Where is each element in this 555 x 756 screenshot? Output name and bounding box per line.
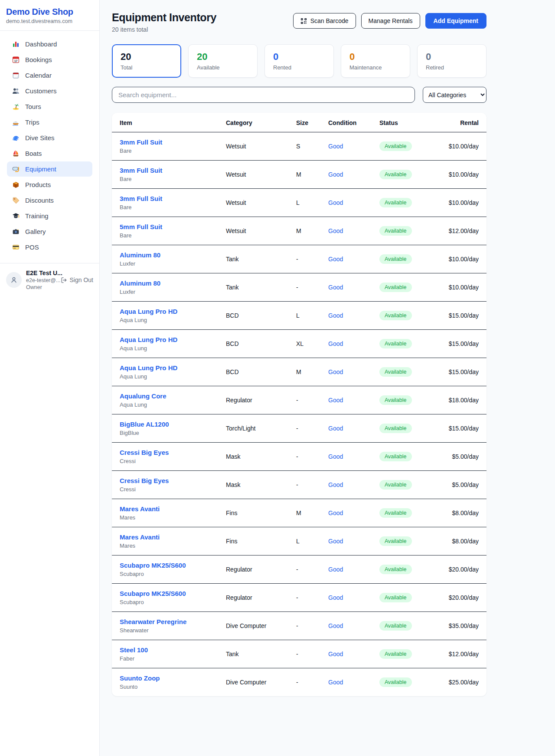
sidebar-item-label: Boats bbox=[25, 150, 42, 157]
svg-text:17: 17 bbox=[14, 59, 18, 62]
stat-label: Maintenance bbox=[349, 64, 402, 71]
stat-value: 0 bbox=[349, 51, 402, 62]
sign-out-button[interactable]: Sign Out bbox=[61, 276, 93, 283]
stat-label: Total bbox=[121, 64, 173, 71]
item-brand: Cressi bbox=[120, 486, 222, 493]
shop-domain: demo.test.divestreams.com bbox=[6, 18, 93, 24]
search-input[interactable] bbox=[112, 87, 415, 103]
condition-link[interactable]: Good bbox=[328, 481, 343, 488]
condition-link[interactable]: Good bbox=[328, 425, 343, 432]
condition-link[interactable]: Good bbox=[328, 368, 343, 375]
item-brand: Luxfer bbox=[120, 289, 222, 295]
condition-link[interactable]: Good bbox=[328, 284, 343, 291]
sidebar-item[interactable]: Dive Sites bbox=[7, 130, 92, 145]
item-category: BCD bbox=[226, 358, 296, 386]
sidebar-item[interactable]: Equipment bbox=[7, 161, 92, 177]
filter-bar: All Categories bbox=[112, 87, 486, 103]
item-link[interactable]: Aqua Lung Pro HD bbox=[120, 336, 177, 343]
sidebar-item[interactable]: Boats bbox=[7, 146, 92, 161]
condition-link[interactable]: Good bbox=[328, 171, 343, 178]
item-link[interactable]: Scubapro MK25/S600 bbox=[120, 562, 186, 569]
stat-card[interactable]: 0 Rented bbox=[264, 44, 334, 78]
item-link[interactable]: Aqualung Core bbox=[120, 392, 166, 400]
item-link[interactable]: Scubapro MK25/S600 bbox=[120, 590, 186, 597]
item-link[interactable]: 3mm Full Suit bbox=[120, 195, 162, 202]
condition-link[interactable]: Good bbox=[328, 453, 343, 460]
condition-link[interactable]: Good bbox=[328, 509, 343, 516]
sidebar-item[interactable]: 17 Bookings bbox=[7, 52, 92, 67]
item-link[interactable]: Steel 100 bbox=[120, 646, 148, 654]
item-size: - bbox=[296, 640, 328, 668]
item-brand: Mares bbox=[120, 542, 222, 549]
item-link[interactable]: Aluminum 80 bbox=[120, 251, 160, 259]
stat-card[interactable]: 20 Available bbox=[188, 44, 258, 78]
item-link[interactable]: Aqua Lung Pro HD bbox=[120, 364, 177, 371]
condition-link[interactable]: Good bbox=[328, 622, 343, 629]
equipment-table-card: Item Category Size Condition Status Rent… bbox=[112, 113, 486, 696]
scan-barcode-button[interactable]: Scan Barcode bbox=[293, 13, 356, 29]
item-link[interactable]: Cressi Big Eyes bbox=[120, 477, 169, 484]
sidebar-item[interactable]: Calendar bbox=[7, 68, 92, 83]
sidebar-item[interactable]: Tours bbox=[7, 99, 92, 114]
item-category: BCD bbox=[226, 330, 296, 358]
condition-link[interactable]: Good bbox=[328, 679, 343, 686]
item-link[interactable]: BigBlue AL1200 bbox=[120, 421, 169, 428]
item-category: Wetsuit bbox=[226, 189, 296, 217]
stat-card[interactable]: 0 Maintenance bbox=[341, 44, 410, 78]
condition-link[interactable]: Good bbox=[328, 397, 343, 404]
stat-card[interactable]: 0 Retired bbox=[417, 44, 486, 78]
equipment-row: Aluminum 80 Luxfer Tank - Good Available… bbox=[112, 245, 486, 273]
item-size: - bbox=[296, 471, 328, 499]
sidebar-item[interactable]: Customers bbox=[7, 83, 92, 99]
app-logo[interactable]: Demo Dive Shop bbox=[6, 7, 93, 17]
item-size: - bbox=[296, 668, 328, 697]
item-link[interactable]: 3mm Full Suit bbox=[120, 138, 162, 146]
sidebar-item-label: Trips bbox=[25, 118, 39, 126]
status-badge: Available bbox=[379, 226, 412, 236]
stat-card[interactable]: 20 Total bbox=[112, 44, 181, 78]
category-select[interactable]: All Categories bbox=[423, 87, 486, 103]
status-badge: Available bbox=[379, 339, 412, 348]
item-link[interactable]: Aluminum 80 bbox=[120, 279, 160, 287]
condition-link[interactable]: Good bbox=[328, 651, 343, 657]
item-size: - bbox=[296, 273, 328, 302]
condition-link[interactable]: Good bbox=[328, 538, 343, 545]
item-link[interactable]: 3mm Full Suit bbox=[120, 167, 162, 174]
item-size: - bbox=[296, 443, 328, 471]
item-size: - bbox=[296, 612, 328, 640]
sidebar-item[interactable]: Dashboard bbox=[7, 36, 92, 52]
condition-link[interactable]: Good bbox=[328, 227, 343, 234]
sidebar-item[interactable]: Gallery bbox=[7, 224, 92, 239]
condition-link[interactable]: Good bbox=[328, 312, 343, 319]
condition-link[interactable]: Good bbox=[328, 566, 343, 573]
sidebar-item[interactable]: Products bbox=[7, 177, 92, 192]
condition-link[interactable]: Good bbox=[328, 256, 343, 263]
avatar bbox=[6, 272, 22, 288]
sidebar-item[interactable]: Trips bbox=[7, 115, 92, 130]
item-link[interactable]: Cressi Big Eyes bbox=[120, 449, 169, 456]
item-category: Wetsuit bbox=[226, 132, 296, 161]
condition-link[interactable]: Good bbox=[328, 143, 343, 150]
item-link[interactable]: Aqua Lung Pro HD bbox=[120, 308, 177, 315]
condition-link[interactable]: Good bbox=[328, 340, 343, 347]
item-link[interactable]: 5mm Full Suit bbox=[120, 223, 162, 230]
item-brand: Shearwater bbox=[120, 627, 222, 634]
item-link[interactable]: Mares Avanti bbox=[120, 505, 160, 513]
bookings-calendar-icon: 17 bbox=[12, 56, 20, 63]
item-size: XL bbox=[296, 330, 328, 358]
item-size: - bbox=[296, 584, 328, 612]
status-badge: Available bbox=[379, 677, 412, 687]
item-brand: Aqua Lung bbox=[120, 401, 222, 408]
sidebar-item[interactable]: Discounts bbox=[7, 193, 92, 208]
sidebar-item[interactable]: POS bbox=[7, 240, 92, 255]
item-link[interactable]: Suunto Zoop bbox=[120, 674, 160, 682]
status-badge: Available bbox=[379, 508, 412, 518]
add-equipment-button[interactable]: Add Equipment bbox=[425, 13, 486, 29]
sidebar-item-label: Gallery bbox=[25, 228, 46, 235]
condition-link[interactable]: Good bbox=[328, 199, 343, 206]
sidebar-item[interactable]: Training bbox=[7, 208, 92, 224]
item-link[interactable]: Shearwater Peregrine bbox=[120, 618, 186, 625]
item-link[interactable]: Mares Avanti bbox=[120, 533, 160, 541]
manage-rentals-button[interactable]: Manage Rentals bbox=[361, 13, 420, 29]
condition-link[interactable]: Good bbox=[328, 594, 343, 601]
